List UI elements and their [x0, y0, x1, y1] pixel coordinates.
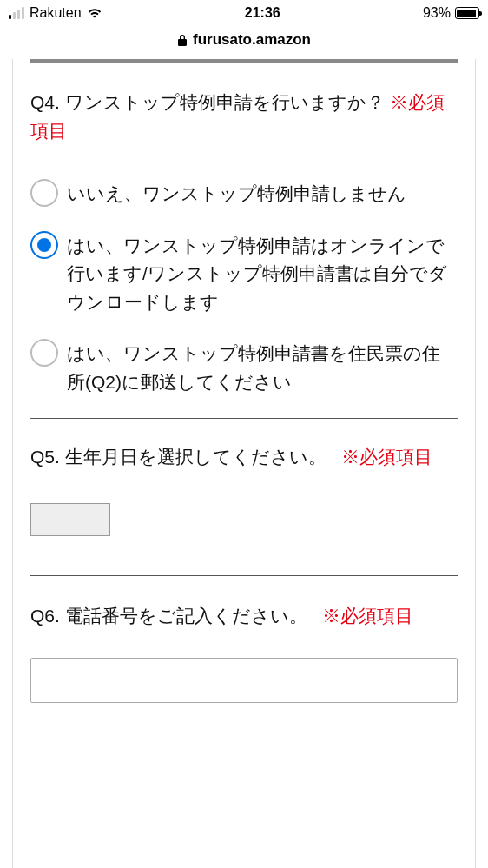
q6-required-mark: ※必須項目: [322, 606, 413, 626]
status-left: Rakuten: [9, 5, 102, 21]
radio-icon: [30, 231, 58, 259]
q5-question: Q5. 生年月日を選択してください。 ※必須項目: [30, 447, 432, 467]
q5-label: Q5. 生年月日を選択してください。: [30, 447, 326, 467]
battery-icon: [455, 7, 479, 19]
browser-url-bar[interactable]: furusato.amazon: [0, 26, 488, 54]
page-viewport: Q4. ワンストップ特例申請を行いますか？ ※必須項目 いいえ、ワンストップ特例…: [0, 59, 488, 868]
signal-bars-icon: [9, 7, 24, 19]
wifi-icon: [87, 7, 102, 19]
q4-option-2[interactable]: はい、ワンストップ特例申請はオンラインで行います/ワンストップ特例申請書は自分で…: [30, 230, 458, 317]
q4-option-1[interactable]: いいえ、ワンストップ特例申請しません: [30, 178, 458, 209]
status-right: 93%: [423, 5, 479, 21]
clock: 21:36: [245, 5, 280, 21]
q5-required-mark: ※必須項目: [341, 447, 432, 467]
status-bar: Rakuten 21:36 93%: [0, 0, 488, 26]
q4-option-3[interactable]: はい、ワンストップ特例申請書を住民票の住所(Q2)に郵送してください: [30, 338, 458, 396]
lock-icon: [177, 34, 188, 46]
q4-option-1-label: いいえ、ワンストップ特例申請しません: [67, 180, 458, 209]
url-host: furusato.amazon: [193, 31, 311, 49]
section-divider: [30, 418, 458, 419]
q5-block: Q5. 生年月日を選択してください。 ※必須項目: [30, 443, 458, 539]
q4-options: いいえ、ワンストップ特例申請しません はい、ワンストップ特例申請はオンラインで行…: [30, 178, 458, 396]
radio-icon: [30, 339, 58, 367]
section-divider: [30, 575, 458, 576]
battery-percent: 93%: [423, 5, 451, 21]
section-divider-top: [30, 59, 458, 63]
radio-icon: [30, 179, 58, 207]
q6-question: Q6. 電話番号をご記入ください。 ※必須項目: [30, 602, 458, 631]
q4-option-2-label: はい、ワンストップ特例申請はオンラインで行います/ワンストップ特例申請書は自分で…: [67, 232, 458, 317]
q4-label: Q4. ワンストップ特例申請を行いますか？: [30, 92, 385, 112]
q6-label: Q6. 電話番号をご記入ください。: [30, 606, 307, 626]
battery-fill: [457, 10, 475, 17]
q6-block: Q6. 電話番号をご記入ください。 ※必須項目: [30, 602, 458, 704]
q4-option-3-label: はい、ワンストップ特例申請書を住民票の住所(Q2)に郵送してください: [67, 340, 458, 396]
q4-question: Q4. ワンストップ特例申請を行いますか？ ※必須項目: [30, 89, 458, 145]
carrier-label: Rakuten: [30, 5, 82, 21]
birthdate-picker-button[interactable]: [30, 503, 110, 536]
phone-input[interactable]: [30, 658, 458, 703]
form-card: Q4. ワンストップ特例申請を行いますか？ ※必須項目 いいえ、ワンストップ特例…: [12, 59, 476, 868]
